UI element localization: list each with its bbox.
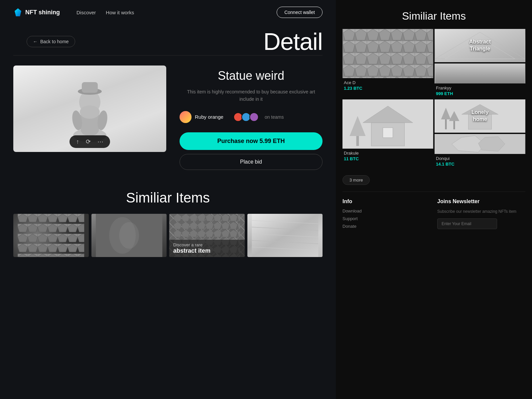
navbar: NFT shining Discover How it works Connec… (0, 0, 336, 25)
team-label: on teams (265, 114, 284, 120)
diamond-icon (13, 8, 23, 17)
sidebar-item-donqui[interactable]: Donqui 14.1 BTC (435, 134, 525, 169)
discover-overlay: Discover a rare abstract item (169, 240, 245, 257)
newsletter-description: Subscribe our newsletter amazing NFTs it… (437, 208, 525, 214)
svg-rect-12 (18, 214, 84, 257)
drakule-image (342, 99, 433, 149)
creator-info: Ruby orange (180, 111, 223, 123)
content-section: ↑ ⟳ ⋯ Statue weird This item is highly r… (0, 56, 336, 180)
creator-row: Ruby orange on teams (180, 111, 323, 123)
donqui-pattern (435, 134, 525, 154)
svg-rect-43 (454, 121, 455, 129)
drakule-price: 11 BTC (344, 156, 432, 161)
frankyy-price: 999 ETH (436, 91, 524, 96)
sidebar-item-ace-d[interactable]: Ace D 1.23 BTC (342, 29, 433, 98)
more-button[interactable]: 3 more (342, 175, 370, 185)
more-button-wrapper: 3 more (342, 173, 525, 185)
ace-d-price: 1.23 BTC (344, 86, 432, 91)
logo-text: NFT shining (25, 9, 60, 16)
frankyy-image (435, 64, 525, 83)
footer-newsletter-section: Joins Newsletter Subscribe our newslette… (437, 199, 525, 231)
similar-bottom-item-4[interactable] (247, 214, 323, 257)
creator-avatar (180, 111, 192, 123)
nft-image: ↑ ⟳ ⋯ (13, 66, 166, 152)
purchase-button[interactable]: Purchase now 5.99 ETH (180, 132, 323, 150)
svg-rect-5 (82, 82, 98, 93)
back-to-home-button[interactable]: ← Back to home (27, 36, 75, 47)
sidebar-footer: Info Download Support Donate Joins Newsl… (342, 192, 525, 231)
detail-info: Statue weird This item is highly recomme… (180, 66, 323, 170)
lonely-home-pattern (435, 99, 525, 133)
sidebar-item-frankyy[interactable]: Frankyy 999 ETH (435, 64, 525, 98)
drakule-name: Drakule (344, 151, 432, 156)
nav-how-it-works[interactable]: How it works (106, 10, 134, 15)
sidebar-item-drakule[interactable]: Drakule 11 BTC (342, 99, 433, 169)
discover-title: abstract item (173, 247, 241, 254)
footer-info-section: Info Download Support Donate (342, 199, 431, 231)
abstract-triangle-pattern (435, 29, 525, 62)
sidebar-item-lonely-home[interactable]: Lonelyhome (435, 99, 525, 133)
creator-name: Ruby orange (195, 114, 223, 120)
team-avatar-3 (249, 112, 259, 122)
sidebar-bottom-row: Drakule 11 BTC (342, 99, 525, 169)
sidebar-item-abstract-triangle[interactable]: AbstractTriangle (435, 29, 525, 62)
sidebar-top-row: Ace D 1.23 BTC (342, 29, 525, 98)
email-input-wrapper (437, 218, 525, 229)
svg-rect-31 (435, 64, 525, 83)
page-title: Detail (263, 28, 323, 55)
team-avatars (233, 112, 259, 122)
frankyy-info: Frankyy 999 ETH (435, 83, 525, 98)
team-info: on teams (233, 112, 284, 122)
pattern-svg-2 (91, 214, 167, 257)
ace-d-image (342, 29, 433, 78)
main-content: NFT shining Discover How it works Connec… (0, 0, 336, 399)
more-icon[interactable]: ⋯ (97, 138, 103, 145)
abstract-triangle-image: AbstractTriangle (435, 29, 525, 62)
footer-newsletter-title: Joins Newsletter (437, 199, 525, 204)
similar-section-title: Similiar Items (13, 190, 323, 206)
svg-rect-35 (383, 128, 393, 138)
svg-marker-0 (15, 8, 21, 16)
donqui-image (435, 134, 525, 154)
item-description: This item is highly recommended to buy b… (180, 88, 323, 103)
place-bid-button[interactable]: Place bid (180, 154, 323, 170)
sidebar-title: Similiar Items (342, 10, 525, 22)
connect-wallet-button[interactable]: Connect wallet (277, 7, 323, 18)
svg-rect-36 (356, 136, 359, 146)
drakule-pattern (342, 99, 433, 149)
similar-bottom-grid: Discover a rare abstract item (13, 214, 323, 257)
back-label: Back to home (40, 39, 69, 44)
image-toolbar: ↑ ⟳ ⋯ (69, 135, 110, 148)
svg-rect-39 (468, 114, 492, 129)
item-title: Statue weird (180, 69, 323, 83)
sidebar-right-column-2: Lonelyhome Donqui 14.1 BTC (435, 99, 525, 169)
footer-link-donate[interactable]: Donate (342, 224, 431, 229)
svg-point-15 (119, 222, 139, 249)
sidebar-right-column: AbstractTriangle (435, 29, 525, 98)
sidebar-panel: Similiar Items Ace D 1.2 (336, 0, 532, 399)
footer-link-download[interactable]: Download (342, 208, 431, 213)
similar-bottom-item-2[interactable] (91, 214, 167, 257)
email-input[interactable] (437, 218, 497, 229)
donqui-info: Donqui 14.1 BTC (435, 154, 525, 169)
drakule-info: Drakule 11 BTC (342, 149, 433, 163)
footer-info-title: Info (342, 199, 431, 204)
similar-bottom-item-1[interactable] (13, 214, 89, 257)
footer-link-support[interactable]: Support (342, 216, 431, 221)
nav-links: Discover How it works (76, 10, 267, 15)
similar-bottom-item-3[interactable]: Discover a rare abstract item (169, 214, 245, 257)
discover-label: Discover a rare (173, 242, 241, 247)
frankyy-pattern (435, 64, 525, 83)
lonely-home-image: Lonelyhome (435, 99, 525, 133)
ace-d-pattern (342, 29, 433, 78)
logo[interactable]: NFT shining (13, 8, 60, 17)
svg-rect-41 (445, 119, 447, 129)
share-icon[interactable]: ↑ (76, 138, 79, 145)
pattern-svg-4 (247, 214, 323, 257)
similar-items-section: Similiar Items (0, 180, 336, 267)
nav-discover[interactable]: Discover (76, 10, 96, 15)
back-arrow-icon: ← (33, 39, 38, 44)
donqui-price: 14.1 BTC (436, 162, 524, 167)
refresh-icon[interactable]: ⟳ (86, 138, 91, 145)
pattern-svg-1 (13, 214, 89, 257)
